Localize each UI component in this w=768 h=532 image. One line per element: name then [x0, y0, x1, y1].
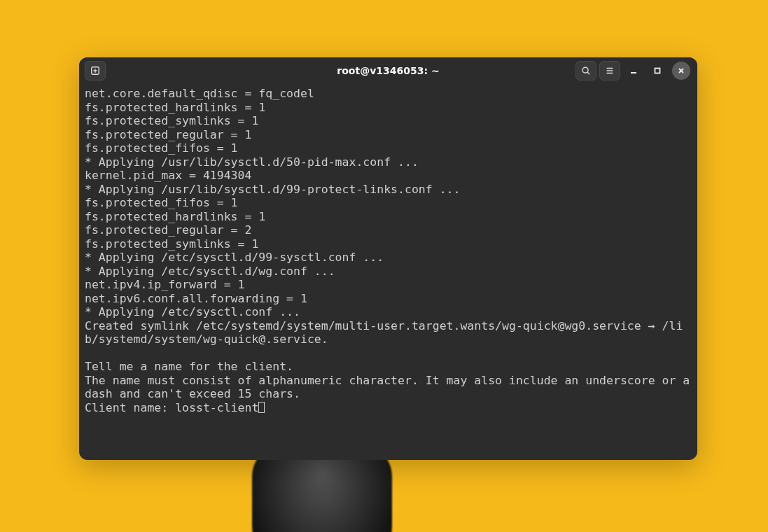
background-object — [252, 448, 392, 532]
close-icon — [677, 66, 685, 75]
terminal-window: root@v1346053: ~ — [79, 57, 697, 460]
maximize-icon — [653, 66, 662, 75]
terminal-line: * Applying /usr/lib/sysctl.d/99-protect-… — [85, 183, 460, 196]
terminal-line: fs.protected_fifos = 1 — [85, 196, 238, 209]
terminal-line: fs.protected_symlinks = 1 — [85, 114, 258, 127]
terminal-line: fs.protected_fifos = 1 — [85, 141, 238, 155]
menu-icon — [605, 66, 615, 76]
search-icon — [581, 66, 591, 76]
terminal-line: fs.protected_regular = 1 — [85, 128, 251, 141]
svg-line-4 — [587, 72, 589, 74]
titlebar[interactable]: root@v1346053: ~ — [79, 57, 697, 84]
cursor — [258, 402, 265, 413]
svg-rect-9 — [655, 69, 660, 74]
terminal-line: fs.protected_hardlinks = 1 — [85, 210, 265, 223]
minimize-button[interactable] — [624, 62, 643, 80]
terminal-line: The name must consist of alphanumeric ch… — [85, 374, 697, 401]
menu-button[interactable] — [599, 61, 620, 80]
terminal-line: kernel.pid_max = 4194304 — [85, 169, 251, 182]
terminal-line: fs.protected_hardlinks = 1 — [85, 101, 265, 114]
maximize-button[interactable] — [648, 62, 666, 80]
terminal-line: net.core.default_qdisc = fq_codel — [85, 87, 314, 100]
new-tab-icon — [90, 66, 100, 76]
prompt-label: Client name: — [85, 401, 175, 414]
terminal-body[interactable]: net.core.default_qdisc = fq_codel fs.pro… — [79, 84, 697, 460]
terminal-line: * Applying /etc/sysctl.conf ... — [85, 305, 300, 318]
new-tab-button[interactable] — [85, 61, 106, 80]
svg-point-3 — [582, 67, 588, 73]
minimize-icon — [629, 66, 638, 75]
terminal-line: net.ipv4.ip_forward = 1 — [85, 278, 244, 291]
terminal-line: * Applying /usr/lib/sysctl.d/50-pid-max.… — [85, 155, 419, 169]
terminal-line: Created symlink /etc/systemd/system/mult… — [85, 319, 683, 346]
terminal-line: * Applying /etc/sysctl.d/99-sysctl.conf … — [85, 251, 384, 264]
client-name-input[interactable]: losst-client — [175, 401, 258, 414]
terminal-line: Tell me a name for the client. — [85, 360, 293, 373]
close-button[interactable] — [672, 62, 690, 80]
terminal-line: net.ipv6.conf.all.forwarding = 1 — [85, 292, 307, 305]
terminal-line: * Applying /etc/sysctl.d/wg.conf ... — [85, 265, 335, 278]
terminal-line: fs.protected_symlinks = 1 — [85, 237, 258, 251]
search-button[interactable] — [575, 61, 596, 80]
terminal-line: fs.protected_regular = 2 — [85, 223, 251, 237]
